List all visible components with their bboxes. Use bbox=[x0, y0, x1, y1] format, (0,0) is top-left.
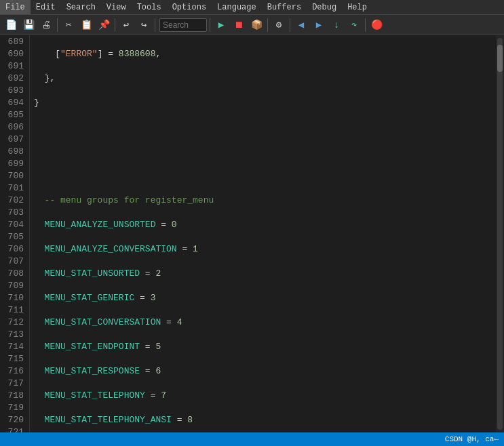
menu-help[interactable]: Help bbox=[342, 0, 372, 14]
toolbar-sep-1 bbox=[57, 18, 58, 32]
menu-tools[interactable]: Tools bbox=[132, 0, 167, 14]
menu-file[interactable]: File bbox=[0, 0, 31, 14]
line-num: 703 bbox=[5, 207, 24, 219]
line-num: 720 bbox=[5, 414, 24, 426]
line-num: 716 bbox=[5, 365, 24, 378]
toolbar-sep-4 bbox=[210, 18, 210, 32]
cut-button[interactable]: ✂ bbox=[60, 17, 77, 33]
copy-button[interactable]: 📋 bbox=[78, 17, 94, 33]
code-line-700: MENU_STAT_CONVERSATION = 4 bbox=[34, 317, 496, 329]
line-num: 696 bbox=[5, 121, 24, 134]
paste-button[interactable]: 📌 bbox=[96, 17, 112, 33]
toolbar-sep-3 bbox=[155, 18, 155, 32]
code-line-703: MENU_STAT_TELEPHONY = 7 bbox=[34, 390, 496, 402]
toolbar-sep-6 bbox=[290, 18, 290, 32]
code-line-695: -- menu groups for register_menu bbox=[34, 195, 496, 207]
line-num: 701 bbox=[5, 182, 24, 195]
line-num: 705 bbox=[5, 231, 24, 243]
line-num: 708 bbox=[5, 268, 24, 280]
line-num: 702 bbox=[5, 195, 24, 207]
code-line-702: MENU_STAT_RESPONSE = 6 bbox=[34, 365, 496, 378]
line-num: 718 bbox=[5, 390, 24, 402]
line-num: 706 bbox=[5, 243, 24, 256]
scrollbar-thumb[interactable] bbox=[497, 45, 503, 72]
line-num: 709 bbox=[5, 280, 24, 292]
code-line-701: MENU_STAT_ENDPOINT = 5 bbox=[34, 341, 496, 353]
settings-button[interactable]: ⚙ bbox=[271, 17, 287, 33]
statusbar-text: CSDN @H, ca← bbox=[445, 435, 499, 443]
line-num: 698 bbox=[5, 146, 24, 158]
search-box[interactable] bbox=[159, 18, 207, 32]
toolbar-sep-5 bbox=[267, 18, 268, 32]
line-num: 713 bbox=[5, 329, 24, 341]
menu-search[interactable]: Search bbox=[61, 0, 101, 14]
line-num: 715 bbox=[5, 353, 24, 365]
save-button[interactable]: 💾 bbox=[20, 17, 37, 33]
line-num: 697 bbox=[5, 134, 24, 146]
menu-edit[interactable]: Edit bbox=[31, 0, 61, 14]
line-num: 691 bbox=[5, 60, 24, 73]
code-line-691: } bbox=[34, 97, 496, 109]
line-num: 699 bbox=[5, 158, 24, 170]
menubar: File Edit Search View Tools Options Lang… bbox=[0, 0, 504, 15]
new-file-button[interactable]: 📄 bbox=[3, 17, 19, 33]
line-num: 721 bbox=[5, 426, 24, 432]
code-line-693 bbox=[34, 146, 496, 158]
code-line-690: }, bbox=[34, 73, 496, 85]
line-numbers: 689 690 691 692 693 694 695 696 697 698 … bbox=[0, 35, 30, 432]
toolbar: 📄 💾 🖨 ✂ 📋 📌 ↩ ↪ ▶ ⏹ 📦 ⚙ ◀ ▶ ↓ ↷ 🔴 bbox=[0, 15, 504, 35]
menu-options[interactable]: Options bbox=[167, 0, 212, 14]
stop-button[interactable]: ⏹ bbox=[231, 17, 247, 33]
line-num: 717 bbox=[5, 378, 24, 390]
line-num: 712 bbox=[5, 317, 24, 329]
menu-language[interactable]: Language bbox=[212, 0, 262, 14]
line-num: 711 bbox=[5, 304, 24, 317]
undo-button[interactable]: ↩ bbox=[118, 17, 134, 33]
line-num: 719 bbox=[5, 402, 24, 414]
prev-button[interactable]: ◀ bbox=[293, 17, 309, 33]
step-over-button[interactable]: ↷ bbox=[346, 17, 362, 33]
editor: 689 690 691 692 693 694 695 696 697 698 … bbox=[0, 35, 504, 432]
print-button[interactable]: 🖨 bbox=[38, 17, 54, 33]
code-line-698: MENU_STAT_UNSORTED = 2 bbox=[34, 268, 496, 280]
line-num: 689 bbox=[5, 36, 24, 48]
statusbar: CSDN @H, ca← bbox=[0, 432, 504, 446]
menu-buffers[interactable]: Buffers bbox=[262, 0, 307, 14]
code-line-697: MENU_ANALYZE_CONVERSATION = 1 bbox=[34, 243, 496, 256]
search-input[interactable] bbox=[163, 20, 203, 30]
step-into-button[interactable]: ↓ bbox=[328, 17, 345, 33]
line-num: 700 bbox=[5, 170, 24, 182]
line-num: 695 bbox=[5, 109, 24, 121]
code-content[interactable]: ["ERROR"] = 8388608, }, } -- menu groups… bbox=[30, 35, 496, 432]
toolbar-sep-7 bbox=[365, 18, 366, 32]
line-num: 693 bbox=[5, 85, 24, 97]
code-line-704: MENU_STAT_TELEPHONY_ANSI = 8 bbox=[34, 414, 496, 426]
toolbar-sep-2 bbox=[115, 18, 115, 32]
line-num: 710 bbox=[5, 292, 24, 304]
scrollbar[interactable] bbox=[496, 35, 504, 432]
code-line-692 bbox=[34, 121, 496, 134]
line-num: 694 bbox=[5, 97, 24, 109]
code-line-699: MENU_STAT_GENERIC = 3 bbox=[34, 292, 496, 304]
line-num: 707 bbox=[5, 256, 24, 268]
menu-view[interactable]: View bbox=[101, 0, 132, 14]
debug-stop-button[interactable]: 🔴 bbox=[368, 17, 385, 33]
code-line-694 bbox=[34, 170, 496, 182]
scrollbar-track[interactable] bbox=[497, 38, 503, 430]
line-num: 692 bbox=[5, 73, 24, 85]
run-button[interactable]: ▶ bbox=[213, 17, 229, 33]
line-num: 690 bbox=[5, 48, 24, 60]
code-line-696: MENU_ANALYZE_UNSORTED = 0 bbox=[34, 219, 496, 231]
compile-button[interactable]: 📦 bbox=[248, 17, 265, 33]
line-num: 714 bbox=[5, 341, 24, 353]
redo-button[interactable]: ↪ bbox=[136, 17, 152, 33]
line-num: 704 bbox=[5, 219, 24, 231]
code-line-689: ["ERROR"] = 8388608, bbox=[34, 48, 496, 60]
menu-debug[interactable]: Debug bbox=[307, 0, 342, 14]
next-button[interactable]: ▶ bbox=[311, 17, 327, 33]
